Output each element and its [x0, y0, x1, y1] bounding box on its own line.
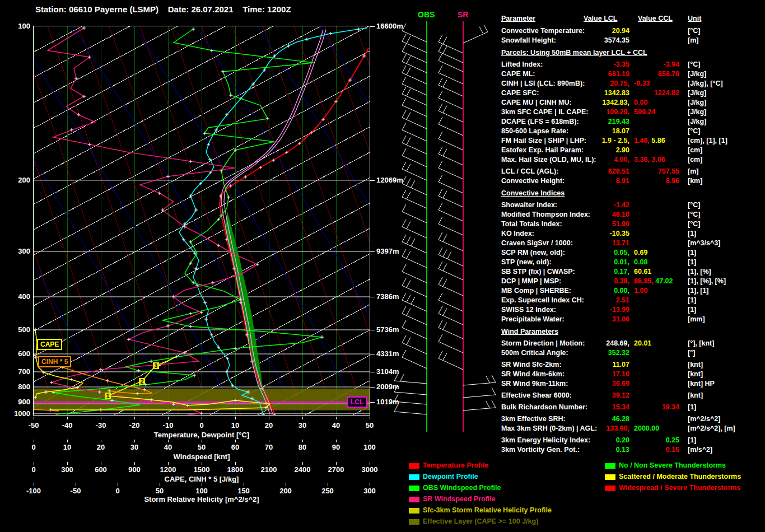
srh-height-marker: 3	[155, 363, 158, 369]
parameter-value: 1342.83,	[602, 99, 629, 106]
parameter-row: Lifted Index:-3.35-3.94[°C]	[501, 60, 765, 70]
severity-legend: No / Non Severe ThunderstormsScattered /…	[605, 461, 765, 495]
axis-tick	[134, 462, 135, 465]
parameter-row: 3km Effective SRH:46.28[m^2/s^2]	[501, 415, 765, 424]
value-lcl-cell: 0.00,	[501, 287, 629, 295]
parameter-value: 1.46,	[634, 137, 650, 144]
unit-cell: [J/kg]	[688, 99, 706, 106]
value-lcl-cell: 13.71	[501, 239, 629, 247]
spacer	[234, 4, 243, 14]
axis-tick	[34, 483, 34, 486]
axis-tick	[244, 483, 244, 486]
unit-cell: [1]	[688, 436, 696, 444]
srh-height-marker: 2	[141, 379, 144, 385]
unit-cell: [°C]	[688, 211, 700, 218]
parameter-row: DCAPE (LFS = 618mB):219.43[J/kg]	[501, 118, 765, 127]
parameter-value: 2.51	[616, 296, 629, 304]
parameter-value: 1.00	[634, 287, 647, 295]
axis-tick-label: -100	[26, 487, 41, 495]
value-extra-cell: 599.24	[634, 108, 655, 116]
parameter-row: Exp. Supercell Index CH:2.51[1]	[501, 296, 765, 306]
parameter-value: 20.01	[634, 339, 651, 347]
unit-cell: [1]	[688, 258, 696, 266]
parameter-value: 109.29,	[606, 108, 629, 116]
pressure-tick-label: 1000	[9, 409, 30, 418]
parameter-row: Total Totals Index:51.90[°C]	[501, 220, 765, 230]
value-lcl-cell: 31.06	[501, 315, 629, 323]
value-extra-cell: 3.36, 3.06	[634, 156, 665, 164]
axis-tick	[160, 483, 160, 486]
parameter-value: 31.06	[612, 315, 629, 323]
axis-tick-label: -20	[129, 421, 140, 430]
altitude-tick	[370, 180, 375, 181]
section-header: Convective Indices	[501, 189, 565, 197]
parameter-value: 858.78	[658, 70, 679, 78]
legend-color-chip	[409, 497, 419, 502]
legend-label: Scattered / Moderate Thunderstorms	[619, 473, 741, 480]
parameter-value: 5.86	[650, 137, 665, 144]
parameter-value: 0.00	[634, 99, 647, 106]
parameter-row: SB STP (fix) | CWASP:0.17,60.61[1], [%]	[501, 268, 765, 277]
axis-tick	[370, 417, 370, 419]
sounding-app-window: { "header": { "station": "Station: 06610…	[0, 0, 765, 532]
value-ccl-cell: 858.78	[601, 70, 679, 78]
value-extra-cell: 60.61	[634, 268, 651, 276]
parameter-row: SCP RM (new, old):0.05,0.69[1]	[501, 249, 765, 258]
parameter-row: FM Hail Size | SHIP | LHP:1.9 - 2.5,1.46…	[501, 137, 765, 146]
value-lcl-cell: 3574.35	[501, 36, 629, 44]
value-extra-cell: 0.00	[634, 99, 647, 106]
axis-tick	[328, 483, 328, 486]
parameter-value: 13.71	[612, 239, 629, 247]
parameter-value: 1.9 - 2.5,	[602, 137, 629, 144]
parameter-value: 86.85,	[634, 277, 654, 285]
axis-tick	[370, 462, 370, 465]
unit-cell: [m^2/s^2]	[688, 415, 720, 423]
parameter-row: 850-600 Lapse Rate:18.07[°C]	[501, 127, 765, 137]
legend-label: Sfc-3km Storm Relative Helicity Profile	[423, 506, 552, 514]
value-lcl-cell: 0.38,	[501, 277, 629, 285]
axis-title: Temperature, Dewpoint [°C]	[154, 431, 249, 439]
title-bar: Station: 06610 Payerne (LSMP) Date: 26.0…	[35, 4, 291, 15]
column-header-value_ccl: Value CCL	[638, 15, 673, 22]
parameter-value: 4.00,	[614, 156, 629, 164]
axis-tick	[235, 462, 236, 465]
axis-tick-label: 0	[115, 487, 119, 495]
legend-color-chip	[409, 486, 419, 491]
value-lcl-cell: 0.01,	[501, 258, 629, 266]
parameter-value: 18.07	[612, 127, 629, 135]
unit-cell: [1]	[688, 306, 696, 314]
parameter-value: 17.10	[612, 370, 629, 378]
unit-cell: [J/kg]	[688, 89, 706, 97]
parameter-row: 500m Critical Angle:352.32[°]	[501, 349, 765, 358]
axis-tick-label: 1200	[160, 465, 176, 474]
unit-cell: [1]	[688, 403, 696, 411]
value-extra-cell: 0.69	[634, 249, 647, 256]
axis-tick	[34, 462, 34, 465]
axis-tick-label: 30	[130, 443, 138, 451]
altitude-tick	[370, 330, 375, 330]
axis-tick	[168, 462, 169, 465]
value-lcl-cell: 133.90,	[501, 424, 629, 432]
parameter-value: 0.08	[634, 258, 647, 266]
parameter-value: 47.02	[654, 277, 673, 285]
axis-tick-label: 3000	[362, 465, 378, 474]
parameter-value: 3.06	[650, 156, 665, 164]
value-lcl-cell: 4.00,	[501, 156, 629, 164]
parameter-value: 0.25	[666, 436, 679, 444]
pressure-tick-label: 800	[9, 382, 30, 391]
pressure-tick-label: 400	[9, 292, 30, 301]
axis-tick-label: 40	[164, 443, 172, 451]
parameter-row: CINH | LSI (LCL: 890mB):20.75,-0.33[J/kg…	[501, 80, 765, 89]
column-header-unit: Unit	[688, 15, 701, 22]
axis-tick-label: 90	[332, 443, 340, 451]
axis-tick	[101, 462, 101, 465]
parameter-value: 2.90	[616, 146, 629, 154]
lcl-level-label: LCL	[347, 396, 367, 408]
axis-tick	[269, 417, 269, 419]
unit-cell: [1], [%]	[688, 268, 711, 276]
parameter-value: 0.01,	[614, 258, 629, 266]
parameter-row: Bulk Richardson Number:15.3419.34[1]	[501, 403, 765, 413]
value-lcl-cell: 39.12	[501, 391, 629, 399]
unit-cell: [m]	[688, 36, 698, 44]
axis-tick-label: 1500	[194, 465, 210, 474]
